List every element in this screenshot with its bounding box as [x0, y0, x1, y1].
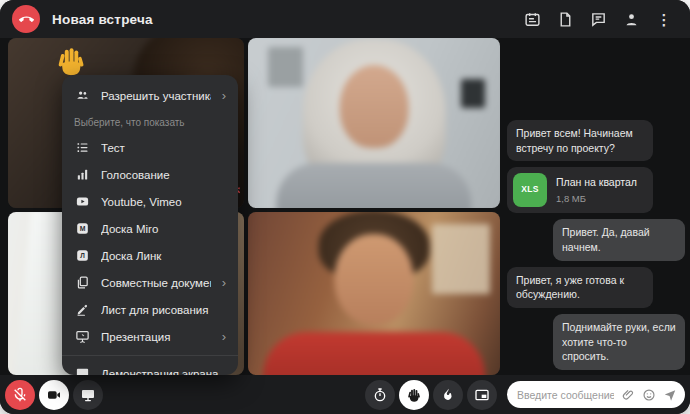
chat-message-file[interactable]: XLS План на квартал 1,8 МБ — [507, 167, 653, 213]
file-name: План на квартал — [556, 175, 637, 190]
menu-item-youtube-vimeo[interactable]: Youtube, Vimeo — [62, 188, 238, 215]
meeting-title: Новая встреча — [52, 12, 153, 27]
menu-item-label: Совместные документы — [101, 277, 211, 289]
document-icon — [557, 11, 574, 28]
chat-message-outgoing: Поднимайте руки, если хотите что-то спро… — [553, 314, 685, 370]
participants-icon — [623, 11, 640, 28]
participants-button[interactable] — [617, 5, 645, 33]
hand-icon — [406, 387, 422, 403]
recordings-button[interactable] — [518, 5, 546, 33]
menu-item-drawing-sheet[interactable]: Лист для рисования — [62, 296, 238, 323]
menu-item-label: Доска Линк — [101, 250, 226, 262]
documents-button[interactable] — [551, 5, 579, 33]
menu-item-test[interactable]: Тест — [62, 134, 238, 161]
menu-item-screen-share[interactable]: Демонстрация экрана — [62, 360, 238, 375]
chat-button[interactable] — [584, 5, 612, 33]
top-bar: Новая встреча ⋮ — [0, 0, 690, 38]
svg-text:Л: Л — [80, 252, 85, 259]
raise-hand-button[interactable] — [399, 380, 429, 410]
raised-hand-emoji-icon — [54, 44, 88, 78]
menu-item-label: Доска Miro — [101, 223, 226, 235]
miro-board-icon: M — [74, 221, 90, 237]
menu-item-label: Демонстрация экрана — [101, 368, 226, 376]
menu-item-label: Презентация — [101, 331, 211, 343]
end-call-button[interactable] — [12, 5, 40, 33]
call-end-icon — [19, 12, 34, 27]
chevron-right-icon: › — [222, 89, 226, 102]
menu-item-miro-board[interactable]: M Доска Miro — [62, 215, 238, 242]
chat-message-incoming: Привет всем! Начинаем встречу по проекту… — [507, 120, 653, 161]
message-input-container — [507, 381, 685, 408]
presentation-icon — [74, 329, 90, 345]
menu-section-label: Выберите, что показать — [62, 109, 238, 134]
file-size: 1,8 МБ — [556, 192, 637, 205]
stopwatch-icon — [372, 387, 388, 403]
smiley-icon — [642, 388, 656, 402]
video-tile-participant-2 — [248, 38, 500, 208]
menu-divider — [62, 355, 238, 356]
xls-file-icon: XLS — [513, 173, 547, 207]
emoji-button[interactable] — [642, 388, 656, 402]
camera-button[interactable] — [39, 380, 69, 410]
menu-item-poll[interactable]: Голосование — [62, 161, 238, 188]
chat-message-incoming: Привет, я уже готова к обсуждению. — [507, 267, 653, 308]
menu-item-label: Тест — [101, 142, 226, 154]
meeting-window: Новая встреча ⋮ — [0, 0, 690, 414]
menu-item-label: Разрешить участникам — [101, 90, 211, 102]
list-icon — [74, 140, 90, 156]
timer-button[interactable] — [365, 380, 395, 410]
documents-copy-icon — [74, 275, 90, 291]
kebab-menu-icon: ⋮ — [657, 12, 672, 27]
screen-share-button[interactable] — [73, 380, 103, 410]
fire-icon — [440, 387, 456, 403]
menu-item-label: Лист для рисования — [101, 304, 226, 316]
chevron-right-icon: › — [222, 276, 226, 289]
attach-file-button[interactable] — [621, 388, 635, 402]
pen-icon — [74, 302, 90, 318]
poll-icon — [74, 167, 90, 183]
people-icon — [74, 88, 90, 104]
menu-item-allow-participants[interactable]: Разрешить участникам › — [62, 82, 238, 109]
menu-item-link-board[interactable]: Л Доска Линк — [62, 242, 238, 269]
svg-text:M: M — [79, 225, 85, 232]
message-input[interactable] — [517, 389, 614, 401]
mute-microphone-button[interactable] — [5, 380, 35, 410]
menu-item-presentation[interactable]: Презентация › — [62, 323, 238, 350]
link-board-icon: Л — [74, 248, 90, 264]
video-tile-participant-4 — [248, 212, 500, 375]
more-button[interactable]: ⋮ — [650, 5, 678, 33]
menu-item-label: Голосование — [101, 169, 226, 181]
send-message-button[interactable] — [663, 388, 677, 402]
menu-item-shared-documents[interactable]: Совместные документы › — [62, 269, 238, 296]
picture-in-picture-icon — [474, 387, 490, 403]
mic-off-icon — [12, 387, 28, 403]
send-icon — [663, 388, 677, 402]
paperclip-icon — [621, 388, 635, 402]
youtube-icon — [74, 194, 90, 210]
camera-icon — [46, 387, 62, 403]
chat-message-outgoing: Привет. Да, давай начнем. — [553, 219, 685, 260]
chevron-right-icon: › — [222, 330, 226, 343]
reactions-button[interactable] — [433, 380, 463, 410]
menu-item-label: Youtube, Vimeo — [101, 196, 226, 208]
monitor-icon — [80, 387, 96, 403]
screen-share-icon — [74, 366, 90, 376]
share-menu: Разрешить участникам › Выберите, что пок… — [62, 75, 238, 375]
records-icon — [524, 11, 541, 28]
pip-button[interactable] — [467, 380, 497, 410]
chat-panel: Привет всем! Начинаем встречу по проекту… — [504, 38, 690, 375]
chat-icon — [590, 11, 607, 28]
bottom-control-bar — [0, 375, 690, 414]
